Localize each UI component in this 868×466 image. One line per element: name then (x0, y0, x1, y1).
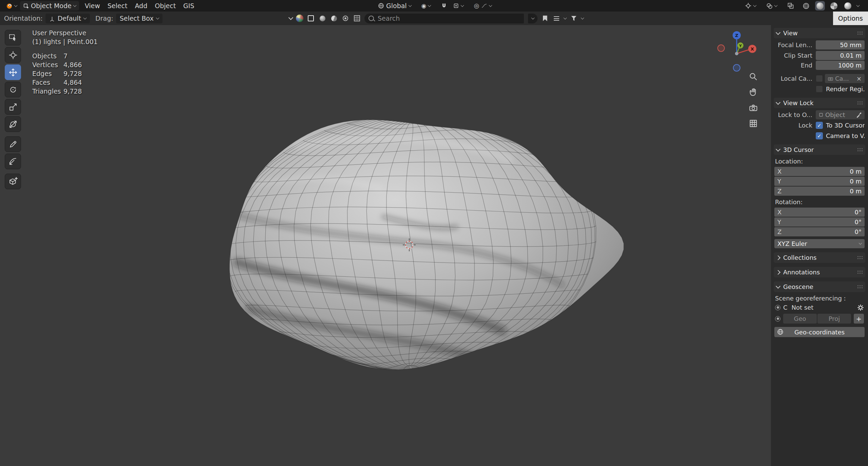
snap-toggle[interactable] (438, 1, 450, 11)
clip-start-field[interactable]: 0.01 m (816, 51, 865, 60)
shading-wireframe-button[interactable] (801, 1, 811, 11)
mode-dropdown[interactable]: Object Mode (20, 1, 79, 11)
zoom-button[interactable] (749, 72, 758, 81)
shading-rendered-button[interactable] (843, 1, 853, 11)
move-tool[interactable] (5, 64, 21, 80)
chevron-down-icon[interactable] (564, 16, 567, 19)
cursor-location-x-field[interactable]: X0 m (774, 167, 865, 176)
navigation-gizmo[interactable]: Z Y X (714, 28, 758, 73)
viewport-toggle-ring-icon[interactable] (341, 14, 350, 22)
shading-dropdown-chevron[interactable] (856, 3, 860, 7)
proj-button[interactable]: Proj (817, 314, 851, 324)
search-box[interactable] (364, 14, 524, 23)
viewport-toggle-sphere-icon[interactable] (318, 14, 326, 22)
rendered-sphere-icon (844, 2, 851, 9)
lock-object-field[interactable]: Object (816, 110, 865, 119)
cursor-rotation-z-field[interactable]: Z0° (774, 227, 865, 236)
transform-orientation-dropdown[interactable]: Global (375, 1, 414, 11)
scale-tool[interactable] (5, 99, 21, 115)
clip-end-field[interactable]: 1000 m (816, 61, 865, 70)
focal-length-field[interactable]: 50 mm (816, 40, 865, 50)
panel-drag-grip[interactable] (857, 256, 863, 259)
panel-drag-grip[interactable] (857, 271, 863, 274)
display-mode-dropdown[interactable] (552, 14, 561, 22)
annotate-tool[interactable] (5, 136, 21, 152)
rotate-tool[interactable] (5, 82, 21, 97)
transform-tool[interactable] (5, 116, 21, 132)
panel-view-lock-header[interactable]: View Lock (774, 98, 865, 108)
local-camera-checkbox[interactable] (816, 75, 823, 82)
menu-select[interactable]: Select (104, 2, 131, 9)
matcap-preview-sphere-icon[interactable] (296, 15, 303, 22)
select-box-tool[interactable] (5, 30, 21, 45)
viewport-toggle-halfsphere-icon[interactable] (330, 14, 338, 22)
cursor-rotation-x-field[interactable]: X0° (774, 208, 865, 217)
collapse-header-chevron[interactable] (288, 15, 293, 20)
ortho-toggle-button[interactable] (749, 119, 758, 128)
proj-radio[interactable] (775, 316, 780, 322)
rotation-mode-dropdown[interactable]: XYZ Euler (774, 239, 865, 248)
menu-object[interactable]: Object (151, 2, 180, 9)
wireframe-sphere-icon (803, 2, 810, 9)
chevron-right-icon (776, 255, 780, 260)
chevron-down-icon (14, 3, 18, 7)
cursor-location-z-field[interactable]: Z0 m (774, 187, 865, 196)
viewport-toggle-grid-icon[interactable] (353, 14, 361, 22)
lock-3d-cursor-checkbox[interactable]: ✓ (816, 122, 823, 129)
eyedropper-icon[interactable] (856, 112, 862, 118)
axis-ball-negz[interactable] (733, 64, 740, 71)
pan-button[interactable] (749, 88, 758, 97)
filter-dropdown[interactable] (570, 14, 578, 22)
camera-to-view-checkbox[interactable]: ✓ (816, 132, 823, 139)
panel-drag-grip[interactable] (857, 32, 863, 35)
panel-drag-grip[interactable] (857, 285, 863, 288)
crs-settings-gear-icon[interactable] (857, 304, 864, 311)
search-input[interactable] (377, 14, 520, 22)
clear-icon[interactable]: × (856, 75, 862, 82)
panel-geoscene-header[interactable]: Geoscene (774, 281, 865, 292)
panel-collections-header[interactable]: Collections (774, 252, 865, 263)
drag-dropdown[interactable]: Select Box (116, 14, 163, 23)
panel-3d-cursor-header[interactable]: 3D Cursor (774, 144, 865, 155)
globe-icon (777, 329, 784, 335)
orientation-label: Orientation: (4, 15, 43, 22)
viewport-toggle-square-icon[interactable] (307, 14, 315, 22)
menu-gis[interactable]: GIS (180, 2, 198, 9)
bookmark-icon[interactable] (541, 14, 549, 22)
cursor-tool[interactable] (5, 47, 21, 63)
measure-tool[interactable] (5, 154, 21, 169)
location-label: Location: (775, 158, 865, 165)
add-cube-tool[interactable] (5, 174, 21, 189)
render-region-checkbox[interactable] (816, 85, 823, 93)
crs-radio[interactable] (775, 305, 780, 310)
geo-button[interactable]: Geo (783, 314, 817, 324)
axis-ball-negx[interactable] (718, 45, 724, 52)
viewport-canvas[interactable] (0, 25, 771, 466)
xray-toggle[interactable] (784, 1, 797, 11)
panel-drag-grip[interactable] (857, 101, 863, 104)
blender-menu-button[interactable] (3, 1, 20, 11)
chevron-down-icon[interactable] (581, 16, 584, 19)
menu-add[interactable]: Add (131, 2, 151, 9)
orientation-dropdown[interactable]: Default (45, 14, 90, 23)
chevron-down-icon (461, 3, 464, 7)
pivot-point-dropdown[interactable]: ◉ (418, 1, 434, 11)
panel-view-header[interactable]: View (774, 28, 865, 38)
options-tab[interactable]: Options (833, 12, 868, 25)
search-options-dropdown[interactable] (528, 14, 537, 23)
camera-view-button[interactable] (749, 103, 758, 113)
shading-material-button[interactable] (829, 1, 839, 11)
proportional-edit-dropdown[interactable]: ◎ (471, 1, 495, 11)
menu-view[interactable]: View (81, 2, 104, 9)
snap-settings-dropdown[interactable] (450, 1, 467, 11)
panel-drag-grip[interactable] (857, 148, 863, 151)
shading-solid-button[interactable] (815, 1, 825, 11)
add-crs-button[interactable]: + (854, 314, 864, 324)
local-camera-field[interactable]: Ca... × (825, 74, 865, 83)
overlays-dropdown[interactable] (763, 1, 780, 11)
show-gizmo-dropdown[interactable] (742, 1, 759, 11)
cursor-rotation-y-field[interactable]: Y0° (774, 217, 865, 227)
geo-coordinates-button[interactable]: Geo-coordinates (774, 327, 865, 337)
cursor-location-y-field[interactable]: Y0 m (774, 177, 865, 186)
panel-annotations-header[interactable]: Annotations (774, 267, 865, 277)
